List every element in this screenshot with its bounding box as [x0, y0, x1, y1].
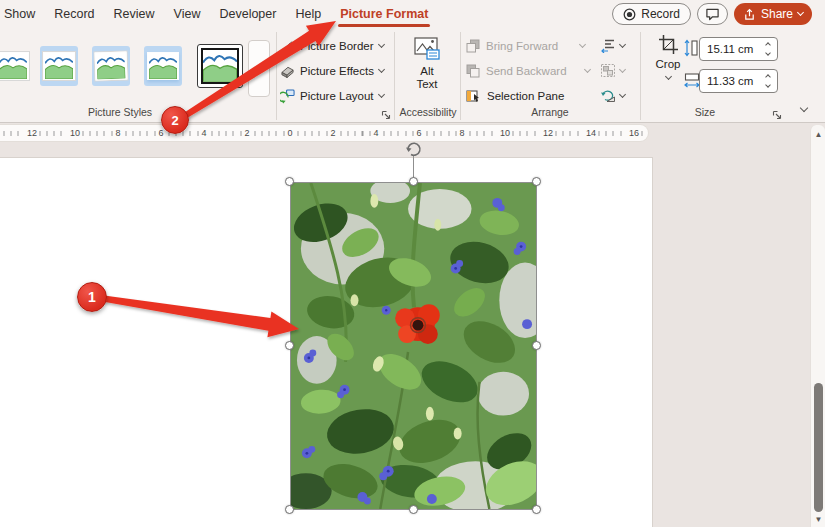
picture-styles-dialog-launcher[interactable]: [381, 107, 393, 119]
picture-style-thumbnail-2[interactable]: [40, 46, 78, 86]
tab-developer[interactable]: Developer: [217, 1, 278, 28]
tab-view[interactable]: View: [172, 1, 203, 28]
crop-icon: [658, 34, 679, 55]
selection-pane-button[interactable]: Selection Pane: [466, 86, 564, 106]
align-chevron: [619, 40, 626, 47]
ruler-number: 8: [457, 127, 466, 139]
picture-effects-icon: [280, 65, 295, 78]
vertical-scrollbar[interactable]: ▲ ▼: [810, 125, 825, 527]
crop-button[interactable]: Crop: [650, 34, 686, 79]
picture-layout-label: Picture Layout: [300, 90, 374, 102]
alt-text-button[interactable]: Alt Text: [402, 36, 452, 91]
shape-height-icon: [684, 39, 698, 57]
resize-handle-bottom-left[interactable]: [285, 505, 294, 514]
ruler-number: 2: [242, 127, 251, 139]
accessibility-group-label: Accessibility: [396, 106, 460, 118]
group-separator: [460, 32, 461, 120]
rotate-chevron: [619, 90, 626, 97]
share-dropdown-chevron: [797, 9, 804, 16]
bring-forward-button[interactable]: Bring Forward: [466, 36, 585, 56]
group-separator: [640, 32, 641, 120]
picture-effects-button[interactable]: Picture Effects: [280, 61, 384, 81]
menu-bar: Show Record Review View Developer Help P…: [0, 0, 825, 28]
tab-picture-format[interactable]: Picture Format: [338, 1, 430, 28]
picture-style-thumbnail-4[interactable]: [144, 46, 182, 86]
tab-review[interactable]: Review: [112, 1, 157, 28]
crop-label: Crop: [656, 58, 681, 70]
bring-forward-icon: [466, 39, 480, 53]
width-spin-down[interactable]: [762, 81, 774, 91]
width-spin-up[interactable]: [762, 71, 774, 81]
ruler-number: 6: [414, 127, 423, 139]
tab-help[interactable]: Help: [293, 1, 323, 28]
share-button-label: Share: [761, 7, 793, 21]
ruler-number: 12: [541, 127, 555, 139]
resize-handle-middle-right[interactable]: [532, 341, 541, 350]
arrange-group-label: Arrange: [500, 106, 600, 118]
ruler-number: 4: [199, 127, 208, 139]
shape-height-field[interactable]: [699, 37, 778, 61]
resize-handle-middle-left[interactable]: [285, 341, 294, 350]
shape-height-input[interactable]: [700, 38, 760, 60]
scroll-down-arrow[interactable]: ▼: [811, 512, 825, 526]
comments-button[interactable]: [697, 3, 728, 25]
height-spin-up[interactable]: [762, 39, 774, 49]
send-backward-button[interactable]: Send Backward: [466, 61, 590, 81]
record-icon: [623, 8, 636, 21]
ruler-number: 8: [113, 127, 122, 139]
picture-border-label: Picture Border: [300, 40, 374, 52]
tab-record[interactable]: Record: [52, 1, 96, 28]
record-button-label: Record: [641, 7, 680, 21]
group-chevron: [619, 65, 626, 72]
shape-width-input[interactable]: [700, 70, 760, 92]
size-dialog-launcher[interactable]: [772, 107, 784, 119]
size-group-label: Size: [660, 106, 750, 118]
scrollbar-thumb[interactable]: [814, 383, 823, 512]
share-button[interactable]: Share: [734, 3, 812, 25]
rotate-objects-button[interactable]: [600, 88, 625, 103]
menu-tabs: Show Record Review View Developer Help P…: [0, 0, 430, 28]
shape-width-icon: [684, 73, 700, 89]
picture-layout-button[interactable]: Picture Layout: [280, 86, 384, 106]
ruler-number: 0: [285, 127, 294, 139]
height-spin-down[interactable]: [762, 49, 774, 59]
resize-handle-top-left[interactable]: [285, 177, 294, 186]
resize-handle-top-center[interactable]: [409, 177, 418, 186]
resize-handle-bottom-right[interactable]: [532, 505, 541, 514]
scroll-up-arrow[interactable]: ▲: [811, 127, 825, 141]
annotation-badge-1: 1: [77, 282, 107, 312]
ruler-number: 14: [584, 127, 598, 139]
picture-effects-chevron: [378, 66, 385, 73]
picture-layout-icon: [280, 89, 295, 104]
picture-border-button[interactable]: Picture Border: [280, 36, 384, 56]
resize-handle-top-right[interactable]: [532, 177, 541, 186]
picture-style-thumbnail-3[interactable]: [92, 46, 130, 86]
group-objects-button[interactable]: [600, 63, 625, 78]
picture-style-thumbnail-5[interactable]: [197, 44, 243, 88]
record-button[interactable]: Record: [612, 3, 691, 25]
rotation-handle[interactable]: [404, 141, 423, 158]
crop-chevron: [664, 73, 671, 80]
alt-text-icon: [414, 36, 441, 62]
tab-show[interactable]: Show: [2, 1, 37, 28]
collapse-ribbon-button[interactable]: [796, 102, 812, 116]
shape-width-field[interactable]: [699, 69, 778, 93]
group-separator: [276, 32, 277, 120]
picture-styles-gallery-scrollbar[interactable]: [248, 40, 270, 97]
slide-picture[interactable]: [290, 182, 537, 510]
group-separator: [394, 32, 395, 120]
selection-pane-icon: [466, 89, 481, 103]
resize-handle-bottom-center[interactable]: [409, 505, 418, 514]
align-icon: [600, 38, 616, 53]
bring-forward-label: Bring Forward: [486, 40, 558, 52]
garden-photo: [291, 183, 536, 509]
align-objects-button[interactable]: [600, 38, 625, 53]
selection-pane-label: Selection Pane: [487, 90, 564, 102]
send-backward-chevron: [584, 66, 591, 73]
ruler-number: 12: [25, 127, 39, 139]
picture-layout-chevron: [377, 91, 384, 98]
send-backward-icon: [466, 64, 480, 78]
picture-style-thumbnail-1[interactable]: [0, 46, 30, 86]
comment-icon: [705, 7, 720, 21]
ruler-number: 4: [371, 127, 380, 139]
